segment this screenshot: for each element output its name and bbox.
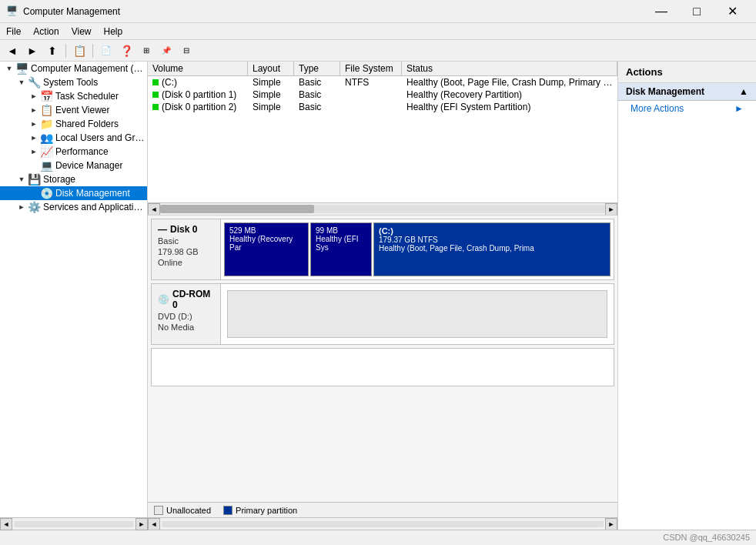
sidebar-item-shared-folders[interactable]: ► 📁 Shared Folders: [0, 117, 147, 131]
title-bar: 🖥️ Computer Management — □ ✕: [0, 0, 756, 23]
expand-services-apps[interactable]: ►: [15, 201, 28, 213]
snap-button[interactable]: 📌: [157, 42, 176, 59]
cell-type-3: Basic: [294, 101, 340, 113]
bottom-scroll-track: [162, 521, 604, 527]
cell-status-2: Healthy (Recovery Partition): [402, 89, 617, 101]
task-scheduler-icon: 📅: [40, 90, 53, 102]
extra-button[interactable]: ⊟: [177, 42, 196, 59]
show-hide-tree-button[interactable]: 📋: [70, 42, 89, 59]
expand-shared-folders[interactable]: ►: [28, 118, 40, 130]
legend-unallocated: Unallocated: [154, 506, 211, 515]
sidebar-item-performance[interactable]: ► 📈 Performance: [0, 145, 147, 159]
actions-section-disk-management[interactable]: Disk Management ▲: [618, 83, 756, 101]
scroll-bottom-left[interactable]: ◄: [148, 518, 160, 530]
properties-button[interactable]: 📄: [97, 42, 115, 59]
cell-status-3: Healthy (EFI System Partition): [402, 101, 617, 113]
column-header-type[interactable]: Type: [294, 62, 340, 75]
sidebar-label-services-apps: Services and Applications: [43, 202, 147, 212]
cdrom-0-label: 💿 CD-ROM 0 DVD (D:) No Media: [152, 284, 221, 344]
sidebar-item-services-apps[interactable]: ► ⚙️ Services and Applications: [0, 200, 147, 214]
horizontal-scrollbar[interactable]: ◄ ►: [148, 202, 617, 215]
performance-icon: 📈: [40, 145, 53, 158]
disk-0-label: — Disk 0 Basic 179.98 GB Online: [152, 219, 221, 279]
expand-system-tools[interactable]: ▼: [15, 76, 28, 89]
partition-c-status: Healthy (Boot, Page File, Crash Dump, Pr…: [379, 244, 605, 252]
scroll-right-button[interactable]: ►: [605, 203, 617, 216]
sidebar-label-performance: Performance: [55, 146, 109, 157]
device-manager-icon: 💻: [40, 159, 53, 172]
sidebar-scroll-right[interactable]: ►: [135, 518, 148, 530]
event-viewer-icon: 📋: [40, 104, 53, 116]
disk-0-partitions: 529 MB Healthy (Recovery Par 99 MB Healt…: [221, 219, 614, 279]
column-header-filesystem[interactable]: File System: [340, 62, 402, 75]
scroll-bottom-right[interactable]: ►: [605, 518, 617, 530]
bottom-scrollbar[interactable]: ◄ ►: [148, 517, 617, 530]
sidebar-item-system-tools[interactable]: ▼ 🔧 System Tools: [0, 75, 147, 89]
sidebar-item-device-manager[interactable]: 💻 Device Manager: [0, 159, 147, 172]
sidebar-item-storage[interactable]: ▼ 💾 Storage: [0, 172, 147, 186]
sidebar-item-event-viewer[interactable]: ► 📋 Event Viewer: [0, 103, 147, 117]
sidebar-label-system-tools: System Tools: [43, 77, 98, 88]
scroll-track: [160, 205, 605, 213]
scroll-left-button[interactable]: ◄: [148, 203, 160, 216]
disk-table: Volume Layout Type File System Status (C…: [148, 62, 617, 216]
local-users-icon: 👥: [40, 132, 53, 144]
partition-recovery-size: 529 MB: [229, 226, 303, 235]
minimize-button[interactable]: —: [644, 0, 679, 23]
partition-recovery[interactable]: 529 MB Healthy (Recovery Par: [224, 222, 309, 276]
menu-help[interactable]: Help: [98, 25, 129, 38]
root-icon: 🖥️: [15, 62, 28, 75]
sidebar-label-disk-management: Disk Management: [55, 188, 130, 199]
partition-efi-status: Healthy (EFI Sys: [316, 235, 366, 252]
actions-item-more-actions[interactable]: More Actions ►: [618, 101, 756, 116]
forward-button[interactable]: ►: [23, 42, 42, 59]
sidebar-item-task-scheduler[interactable]: ► 📅 Task Scheduler: [0, 89, 147, 103]
column-header-status[interactable]: Status: [402, 62, 617, 75]
back-button[interactable]: ◄: [3, 42, 22, 59]
sidebar-scroll-left[interactable]: ◄: [0, 518, 12, 530]
table-row[interactable]: (Disk 0 partition 2) Simple Basic Health…: [148, 101, 617, 113]
storage-icon: 💾: [28, 173, 41, 186]
scroll-thumb[interactable]: [160, 205, 314, 213]
menu-file[interactable]: File: [0, 25, 27, 38]
partition-efi[interactable]: 99 MB Healthy (EFI Sys: [310, 222, 372, 276]
table-body: (C:) Simple Basic NTFS Healthy (Boot, Pa…: [148, 76, 617, 202]
column-header-layout[interactable]: Layout: [248, 62, 294, 75]
sidebar-item-root[interactable]: ▼ 🖥️ Computer Management (Local: [0, 62, 147, 75]
maximize-button[interactable]: □: [679, 0, 714, 23]
expand-storage[interactable]: ▼: [15, 173, 28, 186]
disk-indicator-1: [152, 79, 159, 85]
sidebar-bottom-scroll[interactable]: ◄ ►: [0, 517, 148, 530]
new-window-button[interactable]: ⊞: [137, 42, 156, 59]
menu-view[interactable]: View: [65, 25, 98, 38]
help-icon-button[interactable]: ❓: [117, 42, 135, 59]
expand-root[interactable]: ▼: [3, 62, 15, 75]
expand-task-scheduler[interactable]: ►: [28, 90, 40, 102]
partition-c-name: (C:): [379, 226, 605, 236]
toolbar-separator-2: [92, 44, 93, 58]
close-button[interactable]: ✕: [714, 0, 750, 23]
status-bar: ◄ ►: [0, 530, 756, 545]
app-icon: 🖥️: [6, 5, 18, 18]
expand-local-users[interactable]: ►: [28, 132, 40, 144]
expand-event-viewer[interactable]: ►: [28, 104, 40, 116]
cdrom-0-title: 💿 CD-ROM 0: [158, 289, 214, 310]
cell-volume-2: (Disk 0 partition 1): [148, 89, 248, 101]
cdrom-0-status: No Media: [158, 323, 214, 332]
expand-performance[interactable]: ►: [28, 145, 40, 158]
table-row[interactable]: (C:) Simple Basic NTFS Healthy (Boot, Pa…: [148, 76, 617, 89]
legend-primary: Primary partition: [223, 506, 297, 515]
legend-primary-label: Primary partition: [236, 506, 297, 515]
column-header-volume[interactable]: Volume: [148, 62, 248, 75]
cell-type-1: Basic: [294, 76, 340, 89]
cdrom-icon: 💿: [158, 294, 169, 305]
legend-bar: Unallocated Primary partition: [148, 502, 617, 517]
table-row[interactable]: (Disk 0 partition 1) Simple Basic Health…: [148, 89, 617, 101]
up-button[interactable]: ⬆: [43, 42, 62, 59]
sidebar-label-task-scheduler: Task Scheduler: [55, 91, 119, 102]
disk-0-name: Disk 0: [170, 224, 197, 235]
sidebar-item-disk-management[interactable]: 💿 Disk Management: [0, 186, 147, 200]
partition-c-drive[interactable]: (C:) 179.37 GB NTFS Healthy (Boot, Page …: [373, 222, 610, 276]
sidebar-item-local-users-groups[interactable]: ► 👥 Local Users and Groups: [0, 131, 147, 145]
menu-action[interactable]: Action: [27, 25, 65, 38]
